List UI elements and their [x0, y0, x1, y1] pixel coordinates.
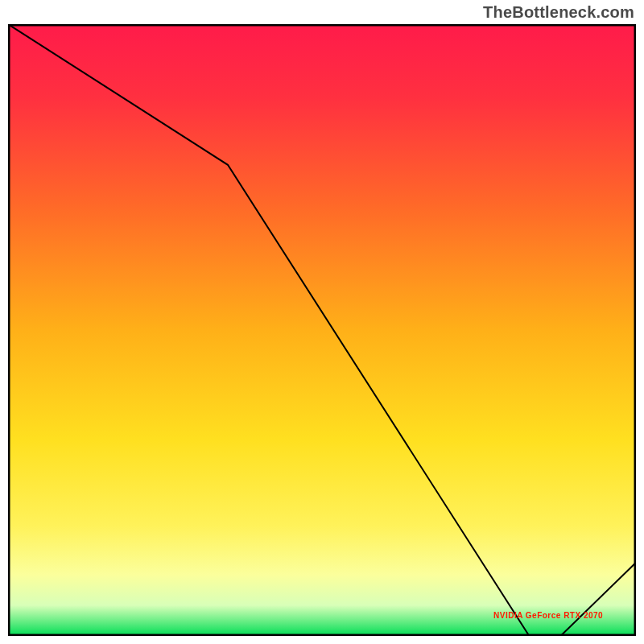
chart-background-rect	[8, 24, 636, 636]
chart-annotation: NVIDIA GeForce RTX 2070	[493, 611, 603, 620]
watermark-text: TheBottleneck.com	[483, 3, 634, 22]
chart-svg	[8, 24, 636, 636]
chart-plot-area: NVIDIA GeForce RTX 2070	[8, 24, 636, 636]
